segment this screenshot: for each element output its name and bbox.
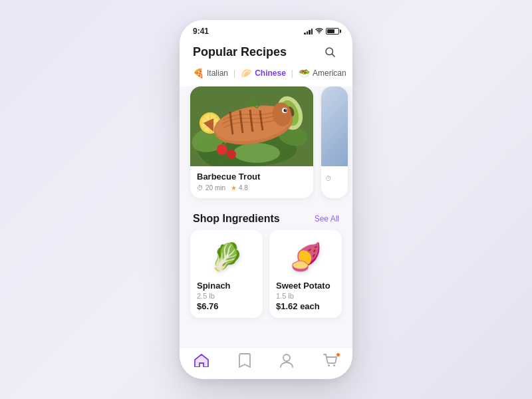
rating-value: 4.8 xyxy=(239,184,248,192)
cart-badge xyxy=(336,352,340,357)
sweet-potato-name: Sweet Potato xyxy=(276,281,331,291)
sweet-potato-icon: 🍠 xyxy=(289,241,323,273)
svg-point-28 xyxy=(328,364,330,366)
shop-ingredients-header: Shop Ingredients See All xyxy=(180,206,352,230)
category-chinese[interactable]: 🥟 Chinese xyxy=(238,66,289,80)
profile-icon xyxy=(280,353,293,371)
spinach-weight: 2.5 lb xyxy=(197,292,215,300)
spinach-name: Spinach xyxy=(197,281,231,291)
nav-home[interactable] xyxy=(194,354,209,370)
nav-cart[interactable] xyxy=(323,354,338,370)
recipe-meta: ⏱ 20 min ★ 4.8 xyxy=(197,184,307,192)
svg-point-1 xyxy=(326,48,333,55)
cart-icon xyxy=(323,354,338,370)
category-tabs: 🍕 Italian | 🥟 Chinese | 🥗 American xyxy=(180,66,352,86)
recipe-rating: ★ 4.8 xyxy=(231,184,248,192)
sweet-potato-image-area: 🍠 xyxy=(276,237,335,277)
nav-profile[interactable] xyxy=(280,353,293,371)
svg-point-25 xyxy=(217,144,227,155)
home-icon xyxy=(194,354,209,370)
category-label-american: American xyxy=(313,68,346,78)
status-time: 9:41 xyxy=(193,27,209,36)
svg-point-9 xyxy=(233,143,280,163)
header: Popular Recipes xyxy=(180,39,352,66)
category-italian[interactable]: 🍕 Italian xyxy=(190,66,231,80)
category-label-chinese: Chinese xyxy=(255,68,286,78)
divider-2: | xyxy=(290,68,295,78)
wifi-icon xyxy=(315,27,323,35)
signal-icon xyxy=(304,28,313,35)
svg-line-2 xyxy=(332,54,334,57)
spinach-image-area: 🥬 xyxy=(197,237,256,277)
search-button[interactable] xyxy=(321,43,339,61)
phone-frame: 9:41 Popular Recipes xyxy=(180,20,352,379)
bottom-nav xyxy=(180,347,352,379)
chinese-icon: 🥟 xyxy=(241,68,252,78)
sweet-potato-weight: 1.5 lb xyxy=(276,292,294,300)
ingredients-grid: 🥬 Spinach 2.5 lb $6.76 🍠 Sweet Potato 1.… xyxy=(180,230,352,326)
partial-card-meta: ⏱ xyxy=(321,166,348,189)
page-title: Popular Recipes xyxy=(193,45,287,59)
american-icon: 🥗 xyxy=(299,68,310,78)
spinach-price: $6.76 xyxy=(197,301,219,311)
recipe-duration: 20 min xyxy=(205,184,225,192)
svg-point-24 xyxy=(285,109,287,110)
recipes-scroll[interactable]: Barbecue Trout ⏱ 20 min ★ 4.8 xyxy=(180,86,352,206)
clock-icon: ⏱ xyxy=(197,184,203,192)
status-icons xyxy=(304,27,339,35)
category-american[interactable]: 🥗 American xyxy=(296,66,349,80)
shop-ingredients-title: Shop Ingredients xyxy=(193,213,280,225)
recipe-card-barbecue-trout[interactable]: Barbecue Trout ⏱ 20 min ★ 4.8 xyxy=(190,86,313,198)
ingredient-card-spinach[interactable]: 🥬 Spinach 2.5 lb $6.76 xyxy=(190,230,263,318)
recipe-card-partial[interactable]: ⏱ xyxy=(321,86,348,198)
svg-point-29 xyxy=(333,364,335,366)
star-icon: ★ xyxy=(231,184,237,192)
partial-clock-icon: ⏱ xyxy=(325,175,332,182)
nav-bookmark[interactable] xyxy=(239,353,251,371)
recipe-image-barbecue-trout xyxy=(190,86,313,166)
recipe-name: Barbecue Trout xyxy=(197,172,307,182)
bookmark-icon xyxy=(239,353,251,371)
svg-point-26 xyxy=(227,150,236,159)
partial-recipe-image xyxy=(321,86,348,166)
ingredient-card-sweet-potato[interactable]: 🍠 Sweet Potato 1.5 lb $1.62 each xyxy=(269,230,342,318)
see-all-button[interactable]: See All xyxy=(315,214,339,223)
search-icon xyxy=(324,46,336,58)
italian-icon: 🍕 xyxy=(193,68,204,78)
divider-1: | xyxy=(232,68,237,78)
recipe-time: ⏱ 20 min xyxy=(197,184,225,192)
svg-point-0 xyxy=(319,33,320,34)
category-label-italian: Italian xyxy=(207,68,228,78)
content-area: Barbecue Trout ⏱ 20 min ★ 4.8 xyxy=(180,86,352,347)
svg-point-23 xyxy=(284,109,287,112)
svg-point-27 xyxy=(283,354,290,361)
spinach-icon: 🥬 xyxy=(210,241,243,273)
recipe-info-barbecue-trout: Barbecue Trout ⏱ 20 min ★ 4.8 xyxy=(190,166,313,198)
battery-icon xyxy=(326,28,339,35)
status-bar: 9:41 xyxy=(180,20,352,39)
sweet-potato-price: $1.62 each xyxy=(276,301,320,311)
